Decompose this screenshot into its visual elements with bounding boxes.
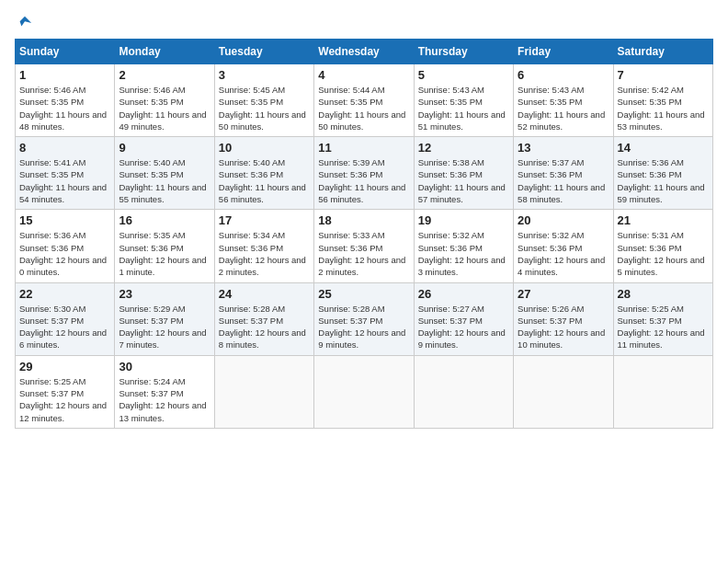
empty-cell: [414, 355, 513, 428]
calendar-day-cell: 12Sunrise: 5:38 AMSunset: 5:36 PMDayligh…: [414, 137, 513, 210]
day-number: 5: [418, 68, 509, 82]
day-number: 9: [119, 141, 210, 155]
calendar-week-row: 22Sunrise: 5:30 AMSunset: 5:37 PMDayligh…: [16, 282, 713, 355]
calendar-day-cell: 11Sunrise: 5:39 AMSunset: 5:36 PMDayligh…: [314, 137, 414, 210]
day-info: Sunrise: 5:32 AMSunset: 5:36 PMDaylight:…: [418, 229, 509, 278]
day-number: 17: [219, 213, 310, 227]
calendar-day-cell: 8Sunrise: 5:41 AMSunset: 5:35 PMDaylight…: [16, 137, 115, 210]
calendar-day-cell: 19Sunrise: 5:32 AMSunset: 5:36 PMDayligh…: [414, 210, 513, 282]
svg-marker-0: [20, 17, 32, 27]
calendar-week-row: 1Sunrise: 5:46 AMSunset: 5:35 PMDaylight…: [16, 64, 713, 137]
day-info: Sunrise: 5:45 AMSunset: 5:35 PMDaylight:…: [219, 84, 310, 132]
day-info: Sunrise: 5:37 AMSunset: 5:36 PMDaylight:…: [518, 156, 609, 205]
day-number: 23: [119, 287, 210, 301]
weekday-header-tuesday: Tuesday: [214, 40, 313, 64]
day-info: Sunrise: 5:44 AMSunset: 5:35 PMDaylight:…: [318, 84, 409, 132]
day-info: Sunrise: 5:42 AMSunset: 5:35 PMDaylight:…: [618, 84, 709, 132]
day-number: 30: [119, 360, 210, 373]
calendar-day-cell: 18Sunrise: 5:33 AMSunset: 5:36 PMDayligh…: [314, 210, 414, 282]
day-info: Sunrise: 5:30 AMSunset: 5:37 PMDaylight:…: [19, 303, 110, 351]
calendar-day-cell: 14Sunrise: 5:36 AMSunset: 5:36 PMDayligh…: [613, 137, 712, 210]
calendar-day-cell: 6Sunrise: 5:43 AMSunset: 5:35 PMDaylight…: [514, 64, 613, 137]
calendar-day-cell: 5Sunrise: 5:43 AMSunset: 5:35 PMDaylight…: [414, 64, 513, 137]
weekday-header-monday: Monday: [115, 40, 214, 64]
day-number: 13: [518, 141, 609, 155]
day-info: Sunrise: 5:29 AMSunset: 5:37 PMDaylight:…: [119, 303, 210, 351]
weekday-header-wednesday: Wednesday: [314, 40, 414, 64]
empty-cell: [613, 355, 712, 428]
day-info: Sunrise: 5:25 AMSunset: 5:37 PMDaylight:…: [618, 303, 709, 351]
calendar-day-cell: 7Sunrise: 5:42 AMSunset: 5:35 PMDaylight…: [613, 64, 712, 137]
calendar-day-cell: 1Sunrise: 5:46 AMSunset: 5:35 PMDaylight…: [16, 64, 115, 137]
calendar-day-cell: 29Sunrise: 5:25 AMSunset: 5:37 PMDayligh…: [16, 355, 115, 428]
day-info: Sunrise: 5:35 AMSunset: 5:36 PMDaylight:…: [119, 229, 210, 278]
day-number: 27: [518, 287, 609, 301]
calendar-header-row: SundayMondayTuesdayWednesdayThursdayFrid…: [16, 40, 713, 64]
calendar-day-cell: 28Sunrise: 5:25 AMSunset: 5:37 PMDayligh…: [613, 282, 712, 355]
day-info: Sunrise: 5:31 AMSunset: 5:36 PMDaylight:…: [618, 229, 709, 278]
day-number: 14: [618, 141, 709, 155]
calendar-day-cell: 10Sunrise: 5:40 AMSunset: 5:36 PMDayligh…: [214, 137, 313, 210]
day-number: 18: [318, 213, 409, 227]
calendar-week-row: 29Sunrise: 5:25 AMSunset: 5:37 PMDayligh…: [16, 355, 713, 428]
day-info: Sunrise: 5:40 AMSunset: 5:36 PMDaylight:…: [219, 156, 310, 205]
calendar-day-cell: 17Sunrise: 5:34 AMSunset: 5:36 PMDayligh…: [214, 210, 313, 282]
calendar-day-cell: 15Sunrise: 5:36 AMSunset: 5:36 PMDayligh…: [16, 210, 115, 282]
empty-cell: [314, 355, 414, 428]
day-number: 8: [19, 141, 110, 155]
calendar-day-cell: 13Sunrise: 5:37 AMSunset: 5:36 PMDayligh…: [514, 137, 613, 210]
day-number: 24: [219, 287, 310, 301]
day-number: 6: [518, 68, 609, 82]
calendar-day-cell: 21Sunrise: 5:31 AMSunset: 5:36 PMDayligh…: [613, 210, 712, 282]
calendar-day-cell: 27Sunrise: 5:26 AMSunset: 5:37 PMDayligh…: [514, 282, 613, 355]
logo: [15, 15, 33, 31]
day-info: Sunrise: 5:46 AMSunset: 5:35 PMDaylight:…: [19, 84, 110, 132]
day-number: 15: [19, 213, 110, 227]
calendar-day-cell: 22Sunrise: 5:30 AMSunset: 5:37 PMDayligh…: [16, 282, 115, 355]
day-number: 11: [318, 141, 409, 155]
day-info: Sunrise: 5:46 AMSunset: 5:35 PMDaylight:…: [119, 84, 210, 132]
calendar-day-cell: 26Sunrise: 5:27 AMSunset: 5:37 PMDayligh…: [414, 282, 513, 355]
day-info: Sunrise: 5:25 AMSunset: 5:37 PMDaylight:…: [19, 375, 110, 424]
day-info: Sunrise: 5:28 AMSunset: 5:37 PMDaylight:…: [219, 303, 310, 351]
day-number: 4: [318, 68, 409, 82]
day-info: Sunrise: 5:40 AMSunset: 5:35 PMDaylight:…: [119, 156, 210, 205]
day-number: 26: [418, 287, 509, 301]
day-info: Sunrise: 5:38 AMSunset: 5:36 PMDaylight:…: [418, 156, 509, 205]
weekday-header-sunday: Sunday: [16, 40, 115, 64]
calendar-day-cell: 3Sunrise: 5:45 AMSunset: 5:35 PMDaylight…: [214, 64, 313, 137]
calendar-day-cell: 23Sunrise: 5:29 AMSunset: 5:37 PMDayligh…: [115, 282, 214, 355]
day-info: Sunrise: 5:28 AMSunset: 5:37 PMDaylight:…: [318, 303, 409, 351]
calendar-day-cell: 20Sunrise: 5:32 AMSunset: 5:36 PMDayligh…: [514, 210, 613, 282]
calendar-day-cell: 25Sunrise: 5:28 AMSunset: 5:37 PMDayligh…: [314, 282, 414, 355]
day-number: 12: [418, 141, 509, 155]
calendar-day-cell: 2Sunrise: 5:46 AMSunset: 5:35 PMDaylight…: [115, 64, 214, 137]
day-number: 1: [19, 68, 110, 82]
calendar-day-cell: 30Sunrise: 5:24 AMSunset: 5:37 PMDayligh…: [115, 355, 214, 428]
weekday-header-saturday: Saturday: [613, 40, 712, 64]
empty-cell: [214, 355, 313, 428]
logo-bird-icon: [17, 15, 33, 31]
calendar-day-cell: 4Sunrise: 5:44 AMSunset: 5:35 PMDaylight…: [314, 64, 414, 137]
day-info: Sunrise: 5:34 AMSunset: 5:36 PMDaylight:…: [219, 229, 310, 278]
calendar-day-cell: 24Sunrise: 5:28 AMSunset: 5:37 PMDayligh…: [214, 282, 313, 355]
day-number: 21: [618, 213, 709, 227]
calendar-day-cell: 16Sunrise: 5:35 AMSunset: 5:36 PMDayligh…: [115, 210, 214, 282]
day-number: 22: [19, 287, 110, 301]
day-info: Sunrise: 5:27 AMSunset: 5:37 PMDaylight:…: [418, 303, 509, 351]
weekday-header-friday: Friday: [514, 40, 613, 64]
day-info: Sunrise: 5:33 AMSunset: 5:36 PMDaylight:…: [318, 229, 409, 278]
weekday-header-thursday: Thursday: [414, 40, 513, 64]
day-number: 7: [618, 68, 709, 82]
day-number: 16: [119, 213, 210, 227]
calendar-table: SundayMondayTuesdayWednesdayThursdayFrid…: [15, 39, 713, 429]
day-number: 20: [518, 213, 609, 227]
day-number: 25: [318, 287, 409, 301]
calendar-day-cell: 9Sunrise: 5:40 AMSunset: 5:35 PMDaylight…: [115, 137, 214, 210]
day-number: 19: [418, 213, 509, 227]
day-number: 2: [119, 68, 210, 82]
day-info: Sunrise: 5:32 AMSunset: 5:36 PMDaylight:…: [518, 229, 609, 278]
page-header: [15, 15, 713, 31]
day-info: Sunrise: 5:36 AMSunset: 5:36 PMDaylight:…: [618, 156, 709, 205]
day-info: Sunrise: 5:36 AMSunset: 5:36 PMDaylight:…: [19, 229, 110, 278]
